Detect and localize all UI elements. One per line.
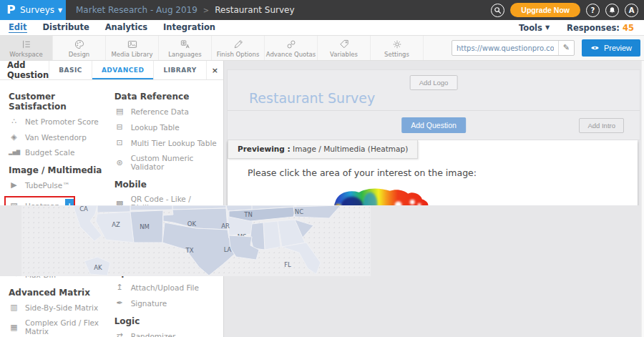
module-nav: EditDistributeAnalyticsIntegration Tools… xyxy=(0,20,644,36)
question-type-signature[interactable]: ✒Signature xyxy=(114,298,218,308)
toolbar-item-label: Media Library xyxy=(112,51,153,58)
questionpro-logo-icon: P xyxy=(6,4,16,16)
section-heading-customer-satisfaction: Customer Satisfaction xyxy=(9,92,107,112)
question-type-label: Side-By-Side Matrix xyxy=(25,303,98,312)
upgrade-now-button[interactable]: Upgrade Now xyxy=(510,3,580,17)
toolbar-item-media-library[interactable]: Media Library xyxy=(106,36,159,60)
state-label-az: AZ xyxy=(112,221,120,228)
toolbar-item-design[interactable]: Design xyxy=(53,36,106,60)
toolbar-item-label: Finish Options xyxy=(217,51,260,58)
question-type-label: Van Westendorp xyxy=(25,133,87,142)
question-type-complex-grid-flex-matrix[interactable]: ▦Complex Grid / Flex Matrix xyxy=(9,318,107,336)
preview-button-label: Preview xyxy=(604,44,632,52)
question-type-custom-numeric-validator[interactable]: ⊛Custom Numeric Validator xyxy=(114,154,218,171)
nav-item-integration[interactable]: Integration xyxy=(163,22,215,33)
top-navbar: P Surveys ▼ Market Research - Aug 2019 >… xyxy=(0,0,644,20)
toolbar-item-workspace[interactable]: Workspace xyxy=(0,36,53,60)
avatar[interactable]: A xyxy=(625,4,638,17)
chevron-down-icon: ▼ xyxy=(58,7,62,14)
tools-menu[interactable]: Tools ▼ xyxy=(519,23,550,33)
tubepulse-icon: ▶ xyxy=(9,180,19,190)
edit-url-icon[interactable]: ✎ xyxy=(558,41,574,55)
question-type-net-promoter-score[interactable]: ∴Net Promoter Score xyxy=(9,117,107,126)
question-type-attach-upload-file[interactable]: ↥Attach/Upload File xyxy=(114,283,218,292)
toolbar-item-languages[interactable]: Languages xyxy=(159,36,212,60)
variables-icon xyxy=(338,39,350,50)
state-shape-partial[interactable] xyxy=(97,205,130,213)
budget-scale-icon: ▂▅▇ xyxy=(9,150,19,155)
responses-counter[interactable]: Responses: 45 xyxy=(567,23,634,33)
question-type-side-by-side-matrix[interactable]: ▥Side-By-Side Matrix xyxy=(9,303,107,312)
nav-tabs: EditDistributeAnalyticsIntegration xyxy=(0,22,215,33)
breadcrumb-separator-icon: > xyxy=(203,6,209,14)
scrollbar[interactable] xyxy=(641,61,644,337)
add-question-button[interactable]: Add Question xyxy=(401,117,466,133)
question-type-lookup-table[interactable]: ⊟Lookup Table xyxy=(114,122,218,132)
preview-button[interactable]: Preview xyxy=(582,39,640,57)
breadcrumb: Market Research - Aug 2019 > Restaurant … xyxy=(76,5,295,15)
panel-tab-advanced[interactable]: ADVANCED xyxy=(92,61,154,79)
question-type-van-westendorp[interactable]: ◈Van Westendorp xyxy=(9,132,107,142)
question-type-budget-scale[interactable]: ▂▅▇Budget Scale xyxy=(9,148,107,157)
state-label-nc: NC xyxy=(295,208,303,215)
previewing-label: Previewing : xyxy=(238,145,291,153)
question-type-reference-data[interactable]: ▤Reference Data xyxy=(114,107,218,116)
help-button[interactable]: ? xyxy=(586,4,600,17)
state-label-nm: NM xyxy=(140,223,150,230)
us-map-image[interactable]: CAAZNMOKARTNNCSCGAALMSTXLAFLAK xyxy=(21,205,371,276)
question-text: Please click the area of your interest o… xyxy=(248,167,638,178)
languages-icon xyxy=(180,39,191,50)
state-shape-fl[interactable] xyxy=(282,243,321,274)
add-logo-button[interactable]: Add Logo xyxy=(410,75,458,90)
share-url-input[interactable] xyxy=(452,44,558,52)
survey-canvas: Add Logo Restaurant Survey Add Question … xyxy=(224,61,644,337)
toolbar-item-label: Languages xyxy=(168,51,201,58)
close-icon[interactable]: × xyxy=(206,61,223,79)
panel-title: Add Question xyxy=(0,61,49,79)
add-question-panel: Add Question BASICADVANCEDLIBRARY × Cust… xyxy=(0,61,224,337)
question-type-multi-tier-lookup-table[interactable]: ⊡Multi Tier Lookup Table xyxy=(114,138,218,147)
survey-title[interactable]: Restaurant Survey xyxy=(249,90,375,106)
question-type-tubepulse[interactable]: ▶TubePulse™ xyxy=(9,180,107,190)
previewing-type: Image / Multimedia (Heatmap) xyxy=(291,145,409,153)
toolbar-item-label: Variables xyxy=(330,51,358,58)
breadcrumb-survey-name[interactable]: Restaurant Survey xyxy=(215,5,294,15)
state-shape-partial[interactable] xyxy=(130,205,172,210)
breadcrumb-folder[interactable]: Market Research - Aug 2019 xyxy=(76,5,197,15)
panel-header: Add Question BASICADVANCEDLIBRARY × xyxy=(0,61,223,80)
question-type-randomizer[interactable]: ⇄Randomizer xyxy=(114,331,218,337)
toolbar-item-finish-options[interactable]: Finish Options xyxy=(212,36,265,60)
panel-tab-library[interactable]: LIBRARY xyxy=(153,61,205,79)
settings-icon xyxy=(391,39,403,50)
add-intro-button[interactable]: Add Intro xyxy=(579,118,624,133)
edit-toolbar: WorkspaceDesignMedia LibraryLanguagesFin… xyxy=(0,36,644,61)
toolbar-item-variables[interactable]: Variables xyxy=(318,36,371,60)
nav-item-distribute[interactable]: Distribute xyxy=(43,22,89,33)
responses-label: Responses: xyxy=(567,23,620,33)
surveys-menu-label: Surveys xyxy=(20,5,54,15)
toolbar-item-settings[interactable]: Settings xyxy=(371,36,424,60)
eye-icon xyxy=(590,45,600,51)
toolbar-item-advance-quotas[interactable]: Advance Quotas xyxy=(265,36,318,60)
nav-item-analytics[interactable]: Analytics xyxy=(105,22,147,33)
surveys-menu[interactable]: Surveys ▼ xyxy=(20,5,62,15)
question-type-label: Net Promoter Score xyxy=(25,117,99,126)
question-type-label: Custom Numeric Validator xyxy=(131,154,218,171)
panel-tab-basic[interactable]: BASIC xyxy=(49,61,92,79)
tools-label: Tools xyxy=(519,23,542,33)
nav-item-edit[interactable]: Edit xyxy=(9,22,27,33)
section-heading-image-multimedia: Image / Multimedia xyxy=(9,165,107,175)
state-label-fl: FL xyxy=(284,261,291,268)
signature-icon: ✒ xyxy=(114,298,125,308)
search-button[interactable] xyxy=(491,4,504,17)
us-map-preview: CAAZNMOKARTNNCSCGAALMSTXLAFLAK xyxy=(0,205,644,276)
logo-block[interactable]: P Surveys ▼ xyxy=(0,0,66,20)
section-heading-data-reference: Data Reference xyxy=(114,92,218,102)
state-shape-ms[interactable] xyxy=(250,223,265,250)
finish-options-icon xyxy=(233,39,244,50)
notifications-button[interactable] xyxy=(605,4,619,17)
state-shape-al[interactable] xyxy=(263,221,280,250)
workspace-icon xyxy=(21,39,32,50)
side-by-side-matrix-icon: ▥ xyxy=(9,303,19,312)
state-label-ca: CA xyxy=(79,205,88,213)
